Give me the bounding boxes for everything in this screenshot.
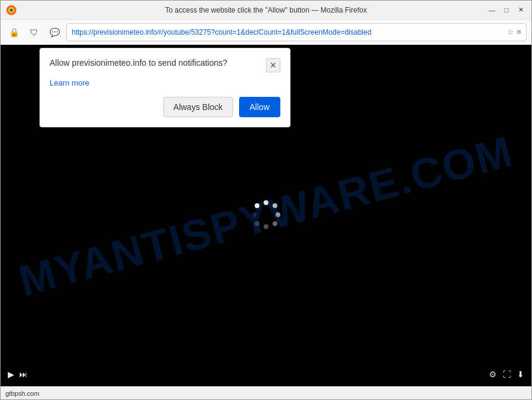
download-button[interactable]: ⬇ bbox=[517, 370, 524, 379]
security-icon-btn[interactable]: 🔒 bbox=[5, 24, 22, 41]
loading-spinner bbox=[249, 198, 283, 234]
status-bar: gtbpsh.com bbox=[1, 386, 531, 399]
popup-close-button[interactable]: ✕ bbox=[266, 58, 280, 72]
title-bar-left bbox=[5, 4, 17, 16]
learn-more-link[interactable]: Learn more bbox=[50, 78, 280, 87]
svg-point-6 bbox=[273, 221, 277, 226]
svg-point-9 bbox=[252, 212, 256, 217]
status-text: gtbpsh.com bbox=[5, 390, 39, 397]
svg-point-4 bbox=[273, 203, 277, 208]
url-text: https://previsionimeteo.info/r/youtube/5… bbox=[72, 28, 371, 36]
content-area: MYANTISPYWARE.COM Allow previsionimeteo.… bbox=[1, 45, 531, 386]
address-icons: ☆ ≡ bbox=[507, 28, 521, 36]
menu-icon[interactable]: ≡ bbox=[516, 28, 521, 36]
settings-button[interactable]: ⚙ bbox=[489, 370, 497, 379]
shield-icon-btn[interactable]: 🛡 bbox=[26, 24, 42, 41]
security-icon: 🔒 bbox=[9, 28, 19, 37]
video-controls: ▶ ⏭ ⚙ ⛶ ⬇ bbox=[1, 362, 531, 386]
svg-point-10 bbox=[255, 203, 259, 208]
browser-frame: To access the website click the "Allow" … bbox=[0, 0, 532, 400]
firefox-icon bbox=[5, 4, 17, 16]
play-button[interactable]: ▶ bbox=[8, 370, 14, 379]
minimize-button[interactable]: — bbox=[486, 4, 498, 16]
browser-title: To access the website click the "Allow" … bbox=[165, 6, 366, 14]
address-bar[interactable]: https://previsionimeteo.info/r/youtube/5… bbox=[66, 23, 527, 41]
svg-point-2 bbox=[10, 8, 13, 11]
fullscreen-button[interactable]: ⛶ bbox=[503, 370, 511, 379]
popup-buttons: Always Block Allow bbox=[50, 97, 280, 117]
popup-header: Allow previsionimeteo.info to send notif… bbox=[50, 58, 280, 72]
svg-point-7 bbox=[264, 224, 268, 229]
comment-icon-btn[interactable]: 💬 bbox=[46, 24, 63, 41]
popup-title: Allow previsionimeteo.info to send notif… bbox=[50, 58, 266, 68]
svg-point-8 bbox=[255, 221, 259, 226]
maximize-button[interactable]: □ bbox=[500, 4, 512, 16]
comment-icon: 💬 bbox=[50, 28, 60, 37]
svg-point-5 bbox=[276, 212, 280, 217]
window-controls: — □ ✕ bbox=[486, 4, 527, 16]
svg-point-3 bbox=[264, 200, 268, 205]
close-button[interactable]: ✕ bbox=[515, 4, 527, 16]
title-bar: To access the website click the "Allow" … bbox=[1, 1, 531, 20]
always-block-button[interactable]: Always Block bbox=[163, 97, 233, 117]
nav-bar: 🔒 🛡 💬 https://previsionimeteo.info/r/you… bbox=[1, 20, 531, 45]
next-button[interactable]: ⏭ bbox=[19, 370, 27, 379]
video-right-controls: ⚙ ⛶ ⬇ bbox=[489, 370, 524, 379]
allow-button[interactable]: Allow bbox=[239, 97, 280, 117]
shield-icon: 🛡 bbox=[30, 28, 38, 37]
notification-popup: Allow previsionimeteo.info to send notif… bbox=[39, 48, 291, 127]
bookmark-icon[interactable]: ☆ bbox=[507, 28, 514, 36]
